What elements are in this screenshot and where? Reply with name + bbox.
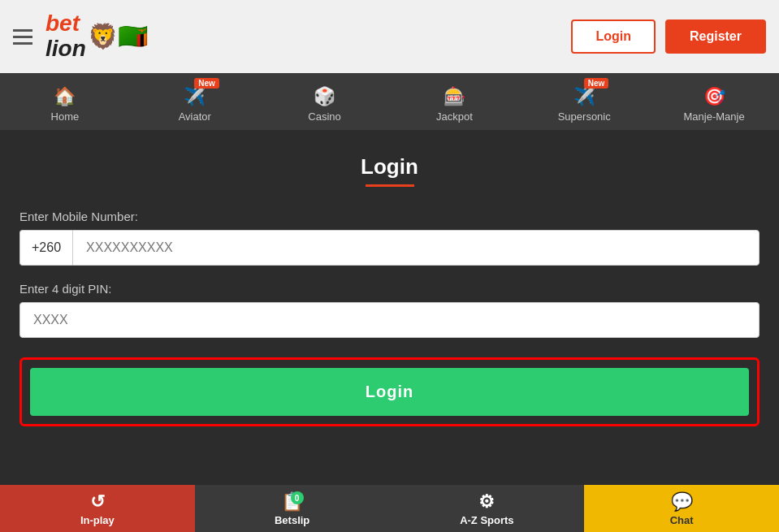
- phone-prefix: +260: [19, 230, 72, 266]
- bottom-nav-inplay[interactable]: ↺ In-play: [0, 485, 195, 532]
- mobile-label: Enter Mobile Number:: [19, 210, 760, 223]
- hamburger-menu[interactable]: [13, 29, 32, 45]
- logo-text: bet lion: [45, 11, 86, 62]
- inplay-label: In-play: [80, 514, 115, 526]
- nav-label-supersonic: Supersonic: [558, 110, 611, 123]
- nav-label-home: Home: [51, 110, 80, 123]
- nav-item-jackpot[interactable]: 🎰 Jackpot: [389, 73, 519, 130]
- nav-label-jackpot: Jackpot: [436, 110, 473, 123]
- inplay-icon: ↺: [90, 491, 105, 513]
- bottom-nav-chat[interactable]: 💬 Chat: [584, 485, 779, 532]
- login-title: Login: [19, 154, 760, 179]
- bottom-nav: ↺ In-play 0 📋 Betslip ⚙ A-Z Sports 💬 Cha…: [0, 485, 779, 532]
- header: bet lion 🦁🇿🇲 Login Register: [0, 0, 779, 73]
- logo: bet lion 🦁🇿🇲: [45, 11, 148, 62]
- header-buttons: Login Register: [571, 19, 766, 54]
- login-title-underline: [366, 184, 414, 187]
- betslip-label: Betslip: [275, 514, 309, 526]
- phone-row: +260: [19, 230, 760, 266]
- main-nav: 🏠 Home New ✈️ Aviator 🎲 Casino 🎰 Jackpot…: [0, 73, 779, 130]
- logo-lion-icon: 🦁🇿🇲: [88, 24, 148, 49]
- header-left: bet lion 🦁🇿🇲: [13, 11, 148, 62]
- nav-item-manje[interactable]: 🎯 Manje-Manje: [649, 73, 779, 130]
- manje-icon: 🎯: [703, 86, 725, 107]
- nav-item-home[interactable]: 🏠 Home: [0, 73, 130, 130]
- nav-item-supersonic[interactable]: New ✈️ Supersonic: [519, 73, 649, 130]
- chat-icon: 💬: [671, 491, 693, 513]
- login-button-wrapper: Login: [19, 357, 760, 426]
- supersonic-new-badge: New: [584, 78, 609, 89]
- nav-label-manje: Manje-Manje: [683, 110, 744, 123]
- logo-bet: bet: [45, 11, 86, 37]
- logo-lion: lion: [45, 37, 86, 62]
- bottom-nav-sports[interactable]: ⚙ A-Z Sports: [390, 485, 585, 532]
- sports-icon: ⚙: [478, 491, 495, 513]
- main-content: Login Enter Mobile Number: +260 Enter 4 …: [0, 130, 779, 464]
- chat-label: Chat: [670, 514, 694, 526]
- nav-label-aviator: Aviator: [179, 110, 211, 123]
- betslip-badge: 0: [291, 491, 304, 504]
- home-icon: 🏠: [54, 86, 76, 107]
- nav-item-casino[interactable]: 🎲 Casino: [260, 73, 390, 130]
- mobile-input[interactable]: [72, 230, 760, 266]
- jackpot-icon: 🎰: [444, 86, 465, 107]
- pin-label: Enter 4 digit PIN:: [19, 282, 760, 296]
- login-submit-button[interactable]: Login: [30, 368, 749, 416]
- login-header-button[interactable]: Login: [571, 19, 656, 54]
- casino-icon: 🎲: [314, 86, 335, 107]
- supersonic-icon: ✈️: [573, 86, 595, 107]
- nav-item-aviator[interactable]: New ✈️ Aviator: [130, 73, 260, 130]
- aviator-icon: ✈️: [184, 86, 206, 107]
- bottom-nav-betslip[interactable]: 0 📋 Betslip: [195, 485, 390, 532]
- aviator-new-badge: New: [194, 78, 219, 89]
- nav-label-casino: Casino: [308, 110, 340, 123]
- sports-label: A-Z Sports: [460, 514, 513, 526]
- pin-input[interactable]: [19, 302, 760, 338]
- register-button[interactable]: Register: [665, 19, 766, 54]
